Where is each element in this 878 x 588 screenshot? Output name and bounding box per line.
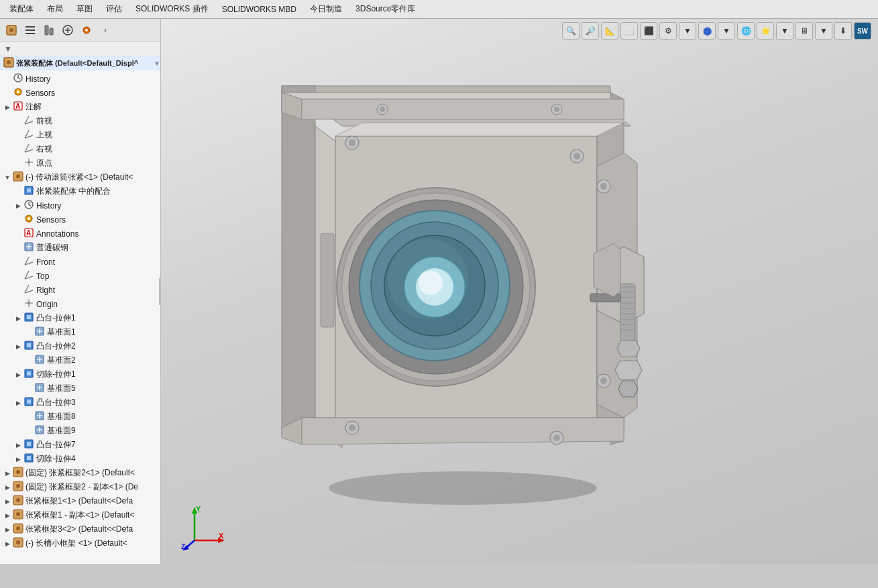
- measure-btn[interactable]: 📐: [601, 22, 618, 40]
- expand-icon-cut1[interactable]: ▶: [13, 371, 23, 378]
- svg-marker-118: [617, 341, 640, 357]
- svg-point-114: [419, 271, 443, 295]
- menu-item-sketch[interactable]: 草图: [70, 1, 99, 17]
- expand-icon-boss2[interactable]: ▶: [13, 343, 23, 350]
- expand-icon-last1[interactable]: ▶: [3, 540, 12, 547]
- menu-item-today-mfg[interactable]: 今日制造: [303, 1, 349, 17]
- tree-item-boss1[interactable]: ▶凸台-拉伸1: [0, 311, 160, 325]
- tree-item-boss2[interactable]: ▶凸台-拉伸2: [0, 339, 160, 353]
- svg-point-131: [349, 139, 355, 146]
- tree-btn-display[interactable]: [78, 21, 95, 39]
- expand-icon-annot1[interactable]: ▶: [3, 104, 12, 111]
- tree-item-history2[interactable]: ▶History: [0, 198, 160, 213]
- expand-icon-history2[interactable]: ▶: [13, 202, 23, 209]
- tree-item-ref5[interactable]: 基准面5: [0, 381, 160, 396]
- tree-item-top1[interactable]: 上视: [0, 128, 160, 142]
- menu-item-layout[interactable]: 布局: [40, 1, 70, 17]
- expand-icon-boss1[interactable]: ▶: [13, 315, 23, 322]
- menu-item-evaluate[interactable]: 评估: [99, 1, 129, 17]
- expand-icon-boss3[interactable]: ▶: [13, 400, 23, 406]
- monitor-btn[interactable]: 🖥: [795, 22, 813, 40]
- tree-item-fixed1[interactable]: ▶(固定) 张紧框架2<1> (Default<: [0, 466, 160, 480]
- tree-item-top2[interactable]: Top: [0, 269, 160, 283]
- item-icon-right1: [23, 143, 35, 156]
- expand-icon-subasm1[interactable]: ▼: [3, 174, 12, 181]
- tree-item-mate1[interactable]: 张紧装配体 中的配合: [0, 184, 160, 198]
- box-btn2[interactable]: ⬛: [640, 22, 657, 40]
- tree-item-ref2[interactable]: 基准面2: [0, 353, 160, 367]
- expand-icon-frame3[interactable]: ▶: [3, 526, 12, 533]
- expand-icon-frame1[interactable]: ▶: [3, 498, 12, 505]
- tree-item-boss3[interactable]: ▶凸台-拉伸3: [0, 396, 160, 410]
- tree-item-cut1[interactable]: ▶切除-拉伸1: [0, 367, 160, 381]
- expand-icon-fixed2[interactable]: ▶: [3, 484, 12, 491]
- item-icon-boss3: [23, 396, 35, 409]
- tree-item-sensors2[interactable]: Sensors: [0, 213, 160, 227]
- tree-item-boss7[interactable]: ▶凸台-拉伸7: [0, 438, 160, 452]
- tree-item-ref8[interactable]: 基准面8: [0, 410, 160, 424]
- dropdown-btn1[interactable]: ▼: [679, 22, 696, 40]
- expand-icon-cut4[interactable]: ▶: [13, 456, 23, 463]
- tree-btn-list[interactable]: [21, 21, 39, 39]
- tree-item-frame1c[interactable]: ▶张紧框架1 - 副本<1> (Default<: [0, 508, 160, 522]
- box-btn1[interactable]: ⬜: [620, 22, 638, 40]
- zoom-btn[interactable]: 🔎: [582, 22, 599, 40]
- svg-text:A: A: [26, 229, 31, 237]
- menu-item-3dsource[interactable]: 3DSource零件库: [349, 1, 422, 17]
- solidworks-logo-btn[interactable]: SW: [854, 22, 871, 40]
- tree-item-subasm1[interactable]: ▼(-) 传动滚筒张紧<1> (Default<: [0, 170, 160, 184]
- down-btn[interactable]: ⬇: [834, 22, 852, 40]
- tree-item-annot1[interactable]: ▶A注解: [0, 100, 160, 114]
- globe-btn[interactable]: 🌐: [737, 22, 755, 40]
- settings-btn[interactable]: ⚙: [659, 22, 677, 40]
- expand-icon-frame1c[interactable]: ▶: [3, 512, 12, 519]
- tree-item-frame3[interactable]: ▶张紧框架3<2> (Default<<Defa: [0, 522, 160, 536]
- item-icon-cut4: [23, 453, 35, 465]
- svg-marker-96: [335, 123, 624, 136]
- tree-root[interactable]: 张紧装配体 (Default<Default_Displ^ ▼: [0, 56, 160, 70]
- tree-item-front1[interactable]: 前视: [0, 114, 160, 128]
- dropdown-btn4[interactable]: ▼: [815, 22, 832, 40]
- tree-btn-plus[interactable]: [59, 21, 76, 39]
- tree-item-cut4[interactable]: ▶切除-拉伸4: [0, 452, 160, 466]
- tree-item-origin2[interactable]: Origin: [0, 297, 160, 311]
- item-icon-subasm1: [12, 171, 24, 184]
- item-icon-history1: [12, 72, 24, 85]
- tree-item-annot2[interactable]: AAnnotations: [0, 227, 160, 241]
- tree-item-sensors1[interactable]: Sensors: [0, 86, 160, 100]
- tree-item-right2[interactable]: Right: [0, 283, 160, 297]
- tree-btn-assembly[interactable]: [3, 21, 20, 39]
- menu-item-sw-plugins[interactable]: SOLIDWORKS 插件: [129, 1, 215, 17]
- search-btn[interactable]: 🔍: [562, 22, 580, 40]
- dropdown-btn3[interactable]: ▼: [776, 22, 793, 40]
- tree-item-last1[interactable]: ▶(-) 长槽小框架 <1> (Default<: [0, 536, 160, 550]
- svg-point-34: [28, 217, 30, 220]
- star-btn[interactable]: ⭐: [757, 22, 774, 40]
- item-icon-frame1: [12, 495, 24, 508]
- tree-item-origin1[interactable]: 原点: [0, 156, 160, 170]
- svg-point-83: [16, 512, 20, 516]
- menu-item-assemble[interactable]: 装配体: [3, 1, 40, 17]
- expand-icon-fixed1[interactable]: ▶: [3, 470, 12, 477]
- tree-item-ref9[interactable]: 基准面9: [0, 424, 160, 438]
- viewport[interactable]: Y X Z 🔍 🔎 📐 ⬜ ⬛ ⚙ ▼ ⬤ ▼ 🌐 ⭐ ▼: [161, 19, 878, 564]
- tree-item-fixed2[interactable]: ▶(固定) 张紧框架2 - 副本<1> (De: [0, 480, 160, 494]
- viewport-right-toolbar: 🔍 🔎 📐 ⬜ ⬛ ⚙ ▼ ⬤ ▼ 🌐 ⭐ ▼ 🖥 ▼ ⬇ SW: [562, 22, 871, 40]
- item-label-fixed1: (固定) 张紧框架2<1> (Default<: [25, 467, 160, 479]
- tree-item-history1[interactable]: History: [0, 72, 160, 86]
- menu-item-sw-mbd[interactable]: SOLIDWORKS MBD: [215, 2, 303, 17]
- tree-item-mat1[interactable]: 普通碳钢: [0, 241, 160, 255]
- tree-item-ref1[interactable]: 基准面1: [0, 325, 160, 339]
- tree-btn-expand[interactable]: ›: [97, 21, 114, 39]
- tree-item-right1[interactable]: 右视: [0, 142, 160, 156]
- tree-item-frame1[interactable]: ▶张紧框架1<1> (Default<<Defa: [0, 494, 160, 508]
- item-icon-ref2: [34, 354, 46, 367]
- svg-point-29: [16, 174, 20, 178]
- tree-btn-config[interactable]: [40, 21, 58, 39]
- expand-icon-boss7[interactable]: ▶: [13, 442, 23, 449]
- dropdown-btn2[interactable]: ▼: [718, 22, 735, 40]
- feature-tree[interactable]: HistorySensors▶A注解前视上视右视原点▼(-) 传动滚筒张紧<1>…: [0, 70, 160, 564]
- circle-btn[interactable]: ⬤: [698, 22, 716, 40]
- tree-item-front2[interactable]: Front: [0, 255, 160, 269]
- item-label-ref2: 基准面2: [47, 355, 160, 366]
